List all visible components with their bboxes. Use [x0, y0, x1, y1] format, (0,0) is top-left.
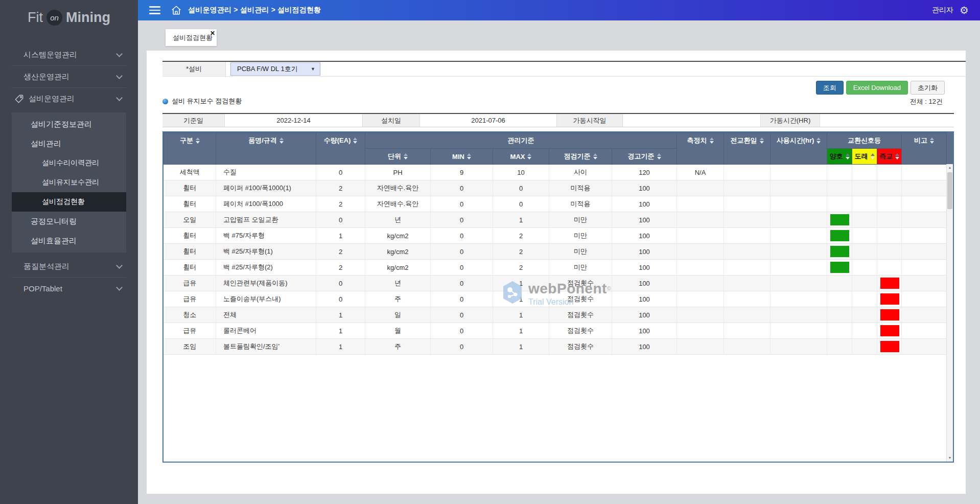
cell-max: 0	[493, 196, 549, 212]
sidebar-item-equipment-manage[interactable]: 설비관리	[12, 134, 126, 153]
signal-due-cell	[852, 244, 877, 260]
logo-on-badge: on	[46, 10, 62, 26]
col-header-signal-due[interactable]: 도래	[852, 149, 877, 165]
table-row[interactable]: 청소전체1일01점검횟수100	[164, 307, 947, 323]
col-header-use-time[interactable]: 사용시간(hr)	[771, 133, 827, 165]
scrollbar-thumb[interactable]	[947, 172, 952, 209]
chevron-down-icon	[116, 284, 123, 291]
cell-last_change	[724, 323, 771, 339]
cell-last_change	[724, 196, 771, 212]
sidebar-item-pop-tablet[interactable]: POP/Tablet	[0, 278, 138, 299]
table-row[interactable]: 오일고압펌프 오일교환0년01미만100	[164, 212, 947, 228]
signal-good-indicator	[830, 230, 849, 241]
cell-check: 점검횟수	[549, 307, 612, 323]
sidebar-item-equipment-baseinfo[interactable]: 설비기준정보관리	[12, 114, 126, 134]
sidebar-item-label: 설비기준정보관리	[31, 120, 92, 129]
cell-max: 1	[493, 276, 549, 291]
cell-check: 미적용	[549, 196, 612, 212]
table-row[interactable]: 휠터백 #25/자루형(2)2kg/cm202미만100	[164, 260, 947, 276]
table-row[interactable]: 휠터페이퍼 #100/폭1000(1)2자연배수.육안00미적용100	[164, 180, 947, 196]
table-row[interactable]: 급유노즐이송부(부스내)0주01점검횟수100	[164, 291, 947, 307]
cell-warn: 100	[612, 260, 677, 276]
col-header-gubun[interactable]: 구분	[164, 133, 216, 165]
info-label-base-date: 기준일	[162, 114, 225, 127]
topbar: 설비운영관리 > 설비관리 > 설비점검현황 관리자 ⚙	[138, 0, 980, 20]
cell-qty: 0	[316, 276, 365, 291]
info-value-base-date: 2022-12-14	[225, 114, 363, 127]
sidebar-item-equipment-mgmt[interactable]: 설비운영관리	[0, 88, 138, 109]
cell-name: 페이처 #100/폭1000	[216, 196, 316, 212]
sidebar-item-equipment-efficiency[interactable]: 설비효율관리	[12, 231, 126, 250]
vertical-scrollbar[interactable]: ▲ ▼	[946, 164, 953, 462]
table-row[interactable]: 휠터백 #25/자루형(1)2kg/cm202미만100	[164, 244, 947, 260]
sidebar-item-repair-history[interactable]: 설비수리이력관리	[12, 153, 126, 173]
cell-last_change	[724, 307, 771, 323]
cell-note	[902, 260, 947, 276]
signal-good-cell	[827, 323, 852, 339]
signal-urgent-cell	[877, 260, 902, 276]
cell-use_time	[771, 260, 827, 276]
sidebar-item-system-mgmt[interactable]: 시스템운영관리	[0, 44, 138, 65]
tab-inspection-status[interactable]: 설비점검현황 ✕	[166, 29, 217, 46]
cell-note	[902, 276, 947, 291]
cell-use_time	[771, 276, 827, 291]
filter-bar: *설비 PCBA F/W DL 1호기 ▼	[162, 61, 966, 77]
sort-icon	[657, 153, 661, 159]
sidebar-item-inspection-status[interactable]: 설비점검현황	[12, 192, 126, 212]
col-header-min[interactable]: MIN	[431, 149, 493, 165]
search-button[interactable]: 조회	[816, 81, 844, 95]
sort-icon	[404, 153, 408, 159]
logo-text-fit: Fit	[28, 10, 43, 26]
cell-note	[902, 228, 947, 244]
equipment-select[interactable]: PCBA F/W DL 1호기 ▼	[230, 62, 320, 76]
sidebar-item-label: 설비효율관리	[31, 236, 77, 246]
cell-note	[902, 339, 947, 355]
cell-max: 1	[493, 339, 549, 355]
table-row[interactable]: 세척액수질0PH910사이120N/A	[164, 165, 947, 180]
table-row[interactable]: 휠터백 #75/자루형1kg/cm202미만100	[164, 228, 947, 244]
sidebar-item-quality-analysis[interactable]: 품질분석관리	[0, 256, 138, 277]
signal-urgent-indicator	[880, 309, 899, 320]
home-icon[interactable]	[171, 5, 182, 16]
cell-unit: 월	[365, 323, 431, 339]
sidebar-item-maintenance-mgmt[interactable]: 설비유지보수관리	[12, 173, 126, 192]
signal-due-cell	[852, 260, 877, 276]
col-header-name[interactable]: 품명/규격	[216, 133, 316, 165]
col-header-qty[interactable]: 수량(EA)	[316, 133, 365, 165]
sort-icon	[846, 153, 850, 159]
signal-urgent-indicator	[880, 278, 899, 289]
gear-icon[interactable]: ⚙	[960, 5, 969, 15]
cell-unit: kg/cm2	[365, 260, 431, 276]
cell-min: 9	[431, 165, 493, 180]
close-icon[interactable]: ✕	[210, 30, 215, 37]
scroll-down-icon[interactable]: ▼	[947, 454, 953, 462]
col-header-max[interactable]: MAX	[493, 149, 549, 165]
col-header-check[interactable]: 점검기준	[549, 149, 612, 165]
col-header-last-change[interactable]: 전교환일	[724, 133, 771, 165]
cell-qty: 2	[316, 244, 365, 260]
col-header-warn[interactable]: 경고기준	[612, 149, 677, 165]
col-header-signal-urgent[interactable]: 즉교	[877, 149, 902, 165]
excel-download-button[interactable]: Excel Download	[846, 81, 908, 95]
table-row[interactable]: 조임볼트풀림확인/조임'1주01점검횟수100	[164, 339, 947, 355]
table-row[interactable]: 휠터페이처 #100/폭10002자연배수.육안00미적용100	[164, 196, 947, 212]
reset-button[interactable]: 초기화	[911, 81, 945, 95]
cell-qty: 1	[316, 339, 365, 355]
cell-use_time	[771, 165, 827, 180]
col-header-unit[interactable]: 단위	[365, 149, 431, 165]
cell-min: 0	[431, 244, 493, 260]
scroll-up-icon[interactable]: ▲	[947, 164, 953, 171]
cell-min: 0	[431, 276, 493, 291]
cell-warn: 120	[612, 165, 677, 180]
col-header-note[interactable]: 비고	[902, 133, 947, 165]
cell-last_change	[724, 212, 771, 228]
col-header-measure[interactable]: 측정치	[677, 133, 724, 165]
sidebar-item-production-mgmt[interactable]: 생산운영관리	[0, 66, 138, 87]
sidebar-item-label: 설비운영관리	[29, 94, 75, 104]
table-row[interactable]: 급유체인관련부(제품이동)0년01점검횟수100	[164, 276, 947, 291]
hamburger-menu-icon[interactable]	[149, 6, 160, 14]
signal-good-cell	[827, 228, 852, 244]
sidebar-item-process-monitoring[interactable]: 공정모니터링	[12, 212, 126, 231]
col-header-signal-good[interactable]: 양호	[827, 149, 852, 165]
table-row[interactable]: 급유롤러콘베어1월01점검횟수100	[164, 323, 947, 339]
